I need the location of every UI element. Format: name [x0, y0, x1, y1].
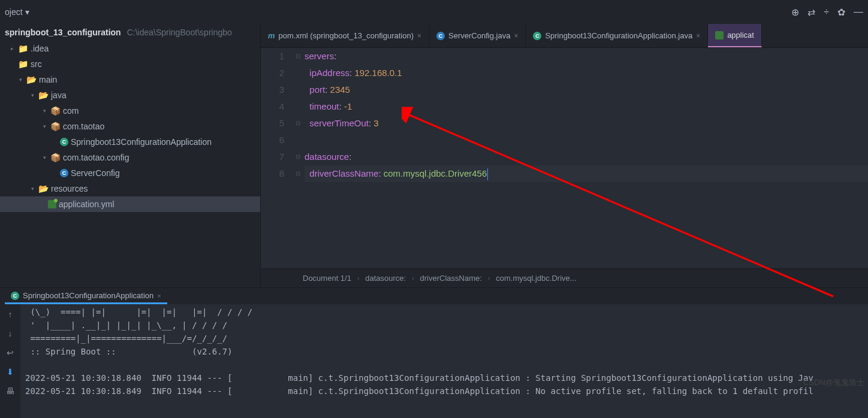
- soft-wrap-icon[interactable]: ↩: [4, 346, 17, 359]
- fold-column: ⊟⊟⊟⊟: [294, 48, 302, 268]
- close-icon[interactable]: ×: [514, 32, 518, 40]
- tree-item-resources[interactable]: ▾📂resources: [0, 181, 260, 196]
- download-icon[interactable]: ⬇: [4, 365, 17, 378]
- maven-icon: m: [268, 31, 275, 40]
- package-icon: 📦: [50, 153, 61, 162]
- tab-application-class[interactable]: CSpringboot13ConfigurationApplication.ja…: [526, 24, 708, 47]
- scroll-up-icon[interactable]: ↑: [4, 308, 17, 321]
- tab-pom[interactable]: mpom.xml (springboot_13_configuration)×: [261, 24, 429, 47]
- scroll-down-icon[interactable]: ↓: [4, 327, 17, 340]
- breadcrumb-doc[interactable]: Document 1/1: [303, 274, 351, 283]
- console-gutter: ↑ ↓ ↩ ⬇ 🖶: [0, 304, 20, 418]
- project-dropdown[interactable]: oject ▾: [5, 7, 29, 17]
- tab-serverconfig[interactable]: CServerConfig.java×: [429, 24, 526, 47]
- tree-item-java[interactable]: ▾📂java: [0, 87, 260, 103]
- tree-item-server-config[interactable]: CServerConfig: [0, 165, 260, 181]
- console-panel: ↑ ↓ ↩ ⬇ 🖶 (\_) ====| |=| |=| |=| |=| / /…: [0, 304, 868, 418]
- hide-icon[interactable]: —: [854, 7, 863, 18]
- close-icon[interactable]: ×: [417, 32, 421, 40]
- editor-tabs: mpom.xml (springboot_13_configuration)× …: [261, 24, 868, 48]
- project-root-name: springboot_13_configuration: [5, 28, 121, 37]
- print-icon[interactable]: 🖶: [4, 384, 17, 398]
- class-icon: C: [533, 32, 541, 40]
- breadcrumb-p2[interactable]: driverClassName:: [420, 274, 482, 283]
- expand-icon[interactable]: ⇄: [807, 7, 815, 18]
- chevron-down-icon: ▾: [25, 7, 29, 17]
- breadcrumb-p1[interactable]: datasource:: [365, 274, 406, 283]
- class-icon: C: [60, 138, 68, 146]
- yaml-icon: [715, 31, 724, 40]
- watermark: CSDN@鬼鬼骑士: [803, 377, 864, 388]
- folder-icon: 📁: [18, 44, 28, 53]
- class-icon: C: [60, 169, 68, 177]
- gear-icon[interactable]: ✿: [837, 7, 845, 18]
- line-gutter: 12345678: [261, 48, 294, 268]
- class-icon: C: [11, 292, 19, 300]
- tree-item-main[interactable]: ▾📂main: [0, 72, 260, 87]
- tree-item-config-pkg[interactable]: ▾📦com.taotao.config: [0, 150, 260, 165]
- folder-icon: 📁: [18, 59, 28, 69]
- tree-item-application-yml[interactable]: application.yml: [0, 196, 260, 212]
- folder-icon: 📂: [38, 184, 49, 193]
- toolbar-actions: ⊕ ⇄ ÷ ✿ —: [791, 7, 863, 18]
- package-icon: 📦: [50, 106, 61, 116]
- folder-icon: 📂: [26, 75, 37, 84]
- project-root-path: C:\idea\SpringBoot\springbo: [127, 28, 232, 37]
- code-content[interactable]: servers: ipAddress: 192.168.0.1 port: 23…: [302, 48, 868, 268]
- tree-item-idea[interactable]: ▸📁.idea: [0, 41, 260, 56]
- tree-item-com-taotao[interactable]: ▾📦com.taotao: [0, 119, 260, 134]
- tree-item-src[interactable]: 📁src: [0, 56, 260, 72]
- collapse-icon[interactable]: ÷: [824, 7, 829, 18]
- run-tabs: C Springboot13ConfigurationApplication ×: [0, 287, 868, 304]
- close-icon[interactable]: ×: [696, 32, 700, 40]
- code-editor[interactable]: 12345678 ⊟⊟⊟⊟ servers: ipAddress: 192.16…: [261, 48, 868, 268]
- class-icon: C: [436, 32, 445, 40]
- tree-item-com[interactable]: ▾📦com: [0, 103, 260, 119]
- tree-item-app-class[interactable]: CSpringboot13ConfigurationApplication: [0, 134, 260, 150]
- package-icon: 📦: [50, 122, 61, 131]
- project-dropdown-label: oject: [5, 7, 23, 17]
- folder-icon: 📂: [38, 90, 49, 100]
- toolbar: oject ▾ ⊕ ⇄ ÷ ✿ —: [0, 0, 868, 24]
- breadcrumb-p3[interactable]: com.mysql.jdbc.Drive...: [496, 274, 576, 283]
- breadcrumb: Document 1/1› datasource:› driverClassNa…: [261, 268, 868, 287]
- project-root[interactable]: springboot_13_configuration C:\idea\Spri…: [0, 24, 260, 41]
- tab-application-yml[interactable]: applicat: [708, 24, 762, 47]
- run-tab-app[interactable]: C Springboot13ConfigurationApplication ×: [5, 289, 167, 304]
- console-output[interactable]: (\_) ====| |=| |=| |=| |=| / / / / ' |__…: [20, 304, 868, 418]
- yaml-icon: [48, 200, 56, 208]
- target-icon[interactable]: ⊕: [791, 7, 799, 18]
- project-tree: springboot_13_configuration C:\idea\Spri…: [0, 24, 261, 287]
- close-icon[interactable]: ×: [157, 292, 161, 299]
- editor-area: mpom.xml (springboot_13_configuration)× …: [261, 24, 868, 287]
